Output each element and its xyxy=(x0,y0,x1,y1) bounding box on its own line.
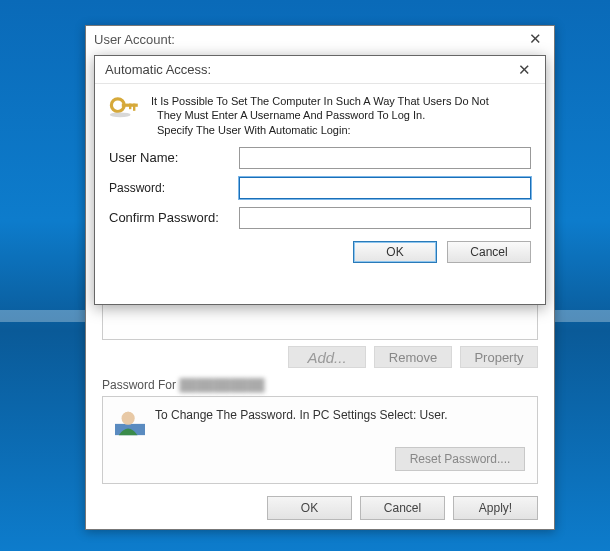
cancel-button[interactable]: Cancel xyxy=(360,496,445,520)
password-input[interactable] xyxy=(239,177,531,199)
confirm-password-label: Confirm Password: xyxy=(109,210,239,225)
dialog-cancel-button[interactable]: Cancel xyxy=(447,241,531,263)
user-account-title: User Account: xyxy=(94,32,525,47)
add-button[interactable]: Add... xyxy=(288,346,366,368)
close-icon[interactable]: ✕ xyxy=(525,30,546,48)
svg-point-2 xyxy=(123,412,132,421)
password-section: To Change The Password. In PC Settings S… xyxy=(102,396,538,484)
remove-button[interactable]: Remove xyxy=(374,346,452,368)
username-label: User Name: xyxy=(109,150,239,165)
dialog-titlebar: Automatic Access: ✕ xyxy=(95,56,545,84)
dialog-intro-text: It Is Possible To Set The Computer In Su… xyxy=(151,94,489,137)
property-button[interactable]: Property xyxy=(460,346,538,368)
password-help-text: To Change The Password. In PC Settings S… xyxy=(155,407,525,423)
svg-rect-6 xyxy=(129,104,131,110)
svg-point-7 xyxy=(110,112,131,117)
ok-button[interactable]: OK xyxy=(267,496,352,520)
password-section-label: Password For ██████████ xyxy=(102,378,538,392)
dialog-title: Automatic Access: xyxy=(105,62,514,77)
user-icon xyxy=(115,407,145,437)
dialog-ok-button[interactable]: OK xyxy=(353,241,437,263)
username-input[interactable] xyxy=(239,147,531,169)
apply-button[interactable]: Apply! xyxy=(453,496,538,520)
confirm-password-input[interactable] xyxy=(239,207,531,229)
dialog-close-icon[interactable]: ✕ xyxy=(514,61,535,79)
password-label: Password: xyxy=(109,181,239,195)
key-icon xyxy=(109,94,141,122)
automatic-access-dialog: Automatic Access: ✕ It Is Possible To Se… xyxy=(94,55,546,305)
reset-password-button[interactable]: Reset Password.... xyxy=(395,447,525,471)
user-account-titlebar: User Account: ✕ xyxy=(86,26,554,52)
svg-rect-5 xyxy=(133,104,135,111)
